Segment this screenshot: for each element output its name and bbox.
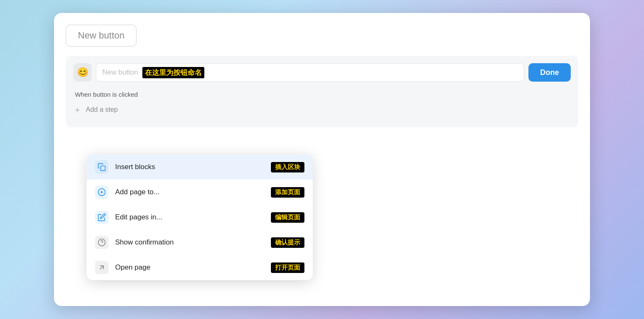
add-step-row[interactable]: ＋ Add a step [73, 104, 571, 116]
when-clicked-label: When button is clicked [75, 91, 571, 98]
emoji-icon: 😊 [77, 67, 88, 78]
menu-item-add-page-label: Add page to... [115, 188, 264, 196]
menu-item-edit-pages-badge: 编辑页面 [271, 212, 304, 223]
menu-item-show-confirmation-label: Show confirmation [115, 238, 264, 247]
done-button[interactable]: Done [528, 63, 571, 82]
editor-top-row: 😊 New button 在这里为按钮命名 Done [73, 63, 571, 82]
new-button-pill[interactable]: New button [66, 25, 137, 46]
main-card: New button 😊 New button 在这里为按钮命名 Done Wh… [54, 13, 590, 306]
svg-line-6 [100, 266, 103, 269]
arrow-icon [95, 261, 108, 274]
plus-circle-icon [95, 185, 108, 199]
menu-item-open-page-label: Open page [115, 263, 264, 272]
menu-item-insert-blocks-badge: 插入区块 [271, 162, 304, 172]
svg-rect-0 [101, 166, 106, 171]
add-step-label: Add a step [86, 106, 118, 113]
menu-item-open-page-badge: 打开页面 [271, 262, 304, 273]
menu-item-open-page[interactable]: Open page 打开页面 [87, 255, 313, 280]
dropdown-menu: Insert blocks 插入区块 Add page to... 添加页面 [87, 154, 313, 280]
editor-panel: 😊 New button 在这里为按钮命名 Done When button i… [66, 56, 578, 127]
question-icon [95, 236, 108, 249]
menu-item-add-page-badge: 添加页面 [271, 187, 304, 198]
menu-item-add-page[interactable]: Add page to... 添加页面 [87, 180, 313, 205]
name-highlight: 在这里为按钮命名 [142, 67, 204, 78]
name-placeholder: New button [102, 68, 138, 77]
menu-item-insert-blocks-label: Insert blocks [115, 163, 264, 171]
menu-item-insert-blocks[interactable]: Insert blocks 插入区块 [87, 154, 313, 180]
copy-icon [95, 160, 108, 174]
menu-item-show-confirmation-badge: 确认提示 [271, 237, 304, 248]
menu-item-edit-pages[interactable]: Edit pages in... 编辑页面 [87, 205, 313, 230]
emoji-button[interactable]: 😊 [73, 63, 92, 82]
name-input-wrap[interactable]: New button 在这里为按钮命名 [96, 63, 524, 82]
menu-item-show-confirmation[interactable]: Show confirmation 确认提示 [87, 230, 313, 255]
pencil-icon [95, 211, 108, 224]
add-step-plus-icon: ＋ [73, 105, 82, 114]
menu-item-edit-pages-label: Edit pages in... [115, 213, 264, 221]
